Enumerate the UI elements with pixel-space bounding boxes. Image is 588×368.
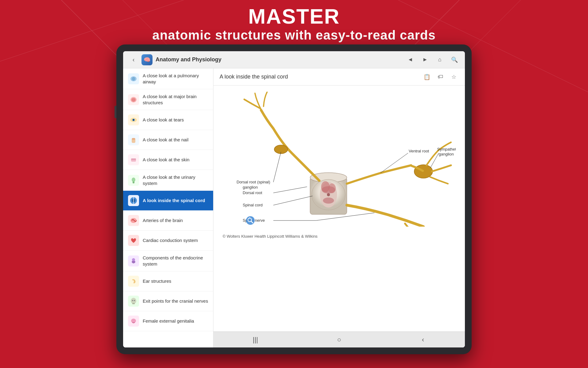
sidebar-label-pulmonary: A close look at a pulmonary airway <box>143 73 208 85</box>
sidebar-icon-spinal <box>128 195 139 206</box>
sidebar-label-tears: A close look at tears <box>143 117 184 123</box>
spinal-cord-diagram: Spinal cord Dorsal root Dorsal root (spi… <box>223 92 456 227</box>
svg-point-24 <box>134 300 135 301</box>
sidebar-icon-brain <box>128 94 139 105</box>
svg-rect-14 <box>131 159 136 159</box>
svg-point-15 <box>132 178 135 182</box>
sidebar-icon-nail <box>128 134 139 145</box>
svg-text:Dorsal root (spinal): Dorsal root (spinal) <box>237 180 270 184</box>
right-panel: A look inside the spinal cord 📋 🏷 ☆ <box>213 68 465 347</box>
content-tag-button[interactable]: 🏷 <box>435 72 445 82</box>
svg-line-41 <box>273 152 281 182</box>
svg-point-10 <box>133 119 134 121</box>
sidebar-item-skin[interactable]: A close look at the skin <box>123 150 213 170</box>
sidebar-label-urinary: A close look at the urinary system <box>143 174 208 186</box>
sidebar-item-endocrine[interactable]: Components of the endocrine system <box>123 251 213 271</box>
sidebar-item-spinal[interactable]: A look inside the spinal cord <box>123 191 213 211</box>
sidebar-item-pulmonary[interactable]: A close look at a pulmonary airway <box>123 68 213 89</box>
tablet-frame: ‹ 🧠 Anatomy and Physiology ◄ ► ⌂ 🔍 A clo… <box>116 44 472 354</box>
header-subtitle: anatomic structures with easy-to-read ca… <box>152 28 435 43</box>
back-button[interactable]: ‹ <box>128 54 139 65</box>
sidebar-label-endocrine: Components of the endocrine system <box>143 255 208 267</box>
sidebar-icon-urinary <box>128 175 139 186</box>
sidebar-label-female: Female external genitalia <box>143 318 194 324</box>
svg-text:Spinal cord: Spinal cord <box>243 203 263 207</box>
top-navigation: ‹ 🧠 Anatomy and Physiology ◄ ► ⌂ 🔍 <box>123 51 465 68</box>
svg-point-32 <box>327 193 330 196</box>
header-title: MASTER <box>248 5 340 28</box>
svg-point-25 <box>131 319 136 323</box>
bottom-menu-button[interactable]: ||| <box>243 334 268 346</box>
sidebar-item-arteries[interactable]: Arteries of the brain <box>123 211 213 231</box>
sidebar-item-urinary[interactable]: A close look at the urinary system <box>123 170 213 191</box>
main-content: A close look at a pulmonary airway A clo… <box>123 68 465 347</box>
svg-text:Ventral root: Ventral root <box>409 149 429 153</box>
sidebar-icon-endocrine <box>128 255 139 266</box>
sidebar-label-cardiac: Cardiac conduction system <box>143 237 198 243</box>
diagram-container: Spinal cord Dorsal root Dorsal root (spi… <box>223 92 456 228</box>
sidebar-icon-cranial <box>128 296 139 307</box>
sidebar-item-cardiac[interactable]: Cardiac conduction system <box>123 231 213 251</box>
sidebar-icon-tears <box>128 114 139 125</box>
sidebar-item-ear[interactable]: Ear structures <box>123 271 213 291</box>
sidebar-item-nail[interactable]: A close look at the nail <box>123 130 213 150</box>
header-section: MASTER anatomic structures with easy-to-… <box>0 0 588 48</box>
sidebar-label-nail: A close look at the nail <box>143 137 188 143</box>
content-copy-button[interactable]: 📋 <box>422 72 432 82</box>
svg-point-23 <box>132 300 133 301</box>
nav-right-icons: ◄ ► ⌂ 🔍 <box>405 54 460 65</box>
sidebar-icon-ear <box>128 276 139 287</box>
tablet-screen: ‹ 🧠 Anatomy and Physiology ◄ ► ⌂ 🔍 A clo… <box>123 51 465 347</box>
app-icon: 🧠 <box>141 54 153 65</box>
sidebar-label-skin: A close look at the skin <box>143 157 190 163</box>
nav-left-arrow[interactable]: ◄ <box>405 54 416 65</box>
content-title: A look inside the spinal cord <box>220 74 422 80</box>
tablet-side-button <box>115 106 116 118</box>
svg-point-31 <box>323 197 334 204</box>
sidebar-icon-cardiac <box>128 235 139 246</box>
sidebar-label-cranial: Exit points for the cranial nerves <box>143 298 208 304</box>
svg-text:Dorsal root: Dorsal root <box>243 190 262 195</box>
sidebar-item-female[interactable]: Female external genitalia <box>123 311 213 331</box>
svg-text:+: + <box>249 217 251 220</box>
svg-rect-12 <box>132 138 135 140</box>
svg-point-19 <box>130 218 137 223</box>
sidebar-label-ear: Ear structures <box>143 278 171 284</box>
app-title: Anatomy and Physiology <box>156 56 405 63</box>
content-body: Spinal cord Dorsal root Dorsal root (spi… <box>213 86 465 332</box>
sidebar-label-arteries: Arteries of the brain <box>143 217 183 224</box>
svg-point-34 <box>329 183 336 193</box>
svg-rect-22 <box>132 303 135 304</box>
sidebar-icon-female <box>128 316 139 327</box>
sidebar-item-brain[interactable]: A close look at major brain structures <box>123 89 213 110</box>
content-star-button[interactable]: ☆ <box>449 72 459 82</box>
copyright-text: © Wolters Kluwer Health Lippincott Willi… <box>223 234 456 239</box>
svg-text:ganglion: ganglion <box>243 185 258 190</box>
bottom-back-button[interactable]: ‹ <box>411 334 435 346</box>
nav-right-arrow[interactable]: ► <box>420 54 431 65</box>
sidebar-item-tears[interactable]: A close look at tears <box>123 110 213 130</box>
svg-point-33 <box>321 181 330 192</box>
svg-line-37 <box>273 196 313 205</box>
sidebar: A close look at a pulmonary airway A clo… <box>123 68 213 347</box>
content-header: A look inside the spinal cord 📋 🏷 ☆ <box>213 68 465 86</box>
sidebar-icon-skin <box>128 154 139 165</box>
sidebar-icon-pulmonary <box>128 73 139 84</box>
svg-point-20 <box>132 258 135 261</box>
bottom-navigation: ||| ○ ‹ <box>213 332 465 347</box>
sidebar-item-cranial[interactable]: Exit points for the cranial nerves <box>123 291 213 311</box>
sidebar-icon-arteries <box>128 215 139 226</box>
content-header-icons: 📋 🏷 ☆ <box>422 72 459 82</box>
bottom-home-button[interactable]: ○ <box>327 334 351 346</box>
sidebar-label-spinal: A look inside the spinal cord <box>143 197 205 204</box>
svg-text:ganglion: ganglion <box>439 152 454 156</box>
nav-home-button[interactable]: ⌂ <box>434 54 445 65</box>
svg-line-39 <box>273 187 307 193</box>
sidebar-label-brain: A close look at major brain structures <box>143 94 208 105</box>
svg-text:Sympathetic: Sympathetic <box>437 147 456 151</box>
nav-search-button[interactable]: 🔍 <box>449 54 460 65</box>
